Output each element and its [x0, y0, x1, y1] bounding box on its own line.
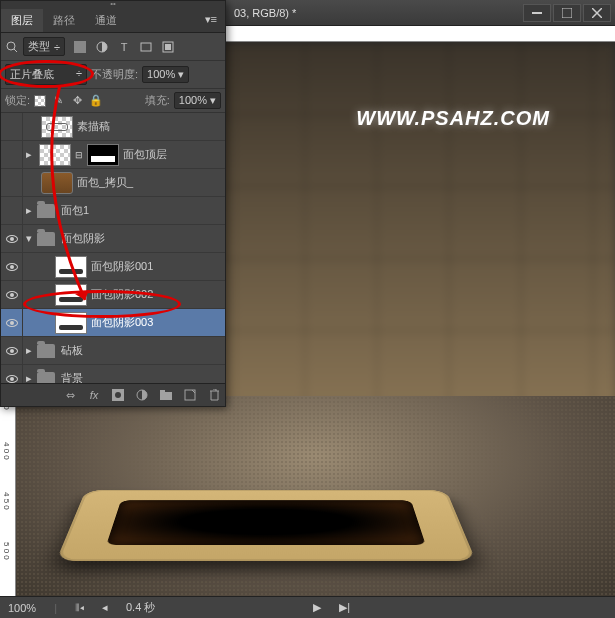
layer-name[interactable]: 面包1 [61, 203, 225, 218]
minimize-button[interactable] [523, 4, 551, 22]
layer-row[interactable]: 素描稿 [1, 113, 225, 141]
layer-name[interactable]: 面包阴影002 [91, 287, 225, 302]
mask-thumbnail[interactable] [87, 144, 119, 166]
layer-name[interactable]: 面包阴影003 [91, 315, 225, 330]
layer-thumbnail[interactable] [55, 256, 87, 278]
maximize-button[interactable] [553, 4, 581, 22]
layer-thumbnail[interactable] [41, 116, 73, 138]
layer-row[interactable]: 面包阴影002 [1, 281, 225, 309]
filter-shape-icon[interactable] [139, 40, 153, 54]
lock-move-icon[interactable]: ✥ [70, 94, 84, 108]
layer-thumbnail[interactable] [55, 312, 87, 334]
ruler-tick: 5 0 0 [2, 542, 11, 560]
ruler-tick: 4 0 0 [2, 442, 11, 460]
tab-channels[interactable]: 通道 [85, 9, 127, 32]
window-buttons [523, 4, 611, 22]
tab-paths[interactable]: 路径 [43, 9, 85, 32]
visibility-toggle[interactable] [1, 197, 23, 224]
fill-value: 100% [179, 94, 207, 107]
layer-row[interactable]: ▸ 砧板 [1, 337, 225, 365]
layer-row[interactable]: 面包阴影001 [1, 253, 225, 281]
eye-icon [6, 375, 18, 383]
disclosure-triangle[interactable]: ▾ [23, 232, 35, 245]
layer-name[interactable]: 面包顶层 [123, 147, 225, 162]
visibility-toggle[interactable] [1, 225, 23, 252]
disclosure-triangle[interactable]: ▸ [23, 372, 35, 383]
search-icon[interactable] [5, 40, 19, 54]
timeline-prev-icon[interactable]: ◂ [102, 601, 108, 614]
folder-icon [37, 204, 55, 218]
filter-type-icon[interactable]: T [117, 40, 131, 54]
lock-label: 锁定: [5, 93, 30, 108]
panel-grip[interactable]: •• [1, 1, 225, 9]
visibility-toggle[interactable] [1, 113, 23, 140]
layer-name[interactable]: 面包阴影001 [91, 259, 225, 274]
visibility-toggle[interactable] [1, 309, 23, 336]
opacity-input[interactable]: 100%▾ [142, 66, 189, 83]
watermark-text: WWW.PSAHZ.COM [356, 107, 550, 130]
layer-thumbnail[interactable] [55, 284, 87, 306]
link-layers-icon[interactable]: ⇔ [63, 388, 77, 402]
filter-type-select[interactable]: 类型÷ [23, 37, 65, 56]
folder-icon [37, 232, 55, 246]
visibility-toggle[interactable] [1, 337, 23, 364]
timeline-play-icon[interactable]: ▶ [313, 601, 321, 614]
new-layer-icon[interactable] [183, 388, 197, 402]
eye-icon [6, 263, 18, 271]
eye-icon [6, 235, 18, 243]
layer-list: 素描稿 ▸ ⊟ 面包顶层 面包_拷贝_ ▸ 面包1 ▾ 面包阴影 [1, 113, 225, 383]
opacity-label: 不透明度: [91, 67, 138, 82]
folder-icon [37, 344, 55, 358]
trash-icon[interactable] [207, 388, 221, 402]
mask-icon[interactable] [111, 388, 125, 402]
visibility-toggle[interactable] [1, 253, 23, 280]
layer-name[interactable]: 面包阴影 [61, 231, 225, 246]
blend-mode-select[interactable]: 正片叠底÷ [5, 64, 87, 85]
disclosure-triangle[interactable]: ▸ [23, 344, 35, 357]
timeline-next-icon[interactable]: ▶| [339, 601, 350, 614]
filter-smart-icon[interactable] [161, 40, 175, 54]
layer-name[interactable]: 砧板 [61, 343, 225, 358]
disclosure-triangle[interactable]: ▸ [23, 148, 35, 161]
filter-pixel-icon[interactable] [73, 40, 87, 54]
filter-adjust-icon[interactable] [95, 40, 109, 54]
divider: | [54, 602, 57, 614]
eye-icon [6, 347, 18, 355]
document-title: 03, RGB/8) * [234, 7, 296, 19]
lock-transparent-icon[interactable] [34, 95, 46, 107]
lock-paint-icon[interactable]: ✎ [51, 94, 65, 108]
eye-icon [6, 319, 18, 327]
adjustment-icon[interactable] [135, 388, 149, 402]
layer-row[interactable]: ▸ ⊟ 面包顶层 [1, 141, 225, 169]
layer-row[interactable]: ▸ 面包1 [1, 197, 225, 225]
layer-name[interactable]: 面包_拷贝_ [77, 175, 225, 190]
tab-layers[interactable]: 图层 [1, 9, 43, 32]
status-bar: 100% | ⦀◂ ◂ 0.4 秒 ▶ ▶| [0, 596, 615, 618]
layer-thumbnail[interactable] [39, 144, 71, 166]
filter-row: 类型÷ T [1, 33, 225, 61]
layer-thumbnail[interactable] [41, 172, 73, 194]
layer-row[interactable]: 面包阴影003 [1, 309, 225, 337]
layer-name[interactable]: 背景 [61, 371, 225, 383]
visibility-toggle[interactable] [1, 281, 23, 308]
visibility-toggle[interactable] [1, 365, 23, 383]
group-icon[interactable] [159, 388, 173, 402]
fx-icon[interactable]: fx [87, 388, 101, 402]
visibility-toggle[interactable] [1, 169, 23, 196]
disclosure-triangle[interactable]: ▸ [23, 204, 35, 217]
timeline-start-icon[interactable]: ⦀◂ [75, 601, 84, 614]
fill-label: 填充: [145, 93, 170, 108]
close-button[interactable] [583, 4, 611, 22]
visibility-toggle[interactable] [1, 141, 23, 168]
layer-row[interactable]: ▾ 面包阴影 [1, 225, 225, 253]
layer-row[interactable]: ▸ 背景 [1, 365, 225, 383]
layers-panel: •• 图层 路径 通道 ▾≡ 类型÷ T 正片叠底÷ 不透明度: 100%▾ 锁… [0, 0, 226, 407]
svg-rect-7 [165, 44, 171, 50]
zoom-value[interactable]: 100% [8, 602, 36, 614]
layer-row[interactable]: 面包_拷贝_ [1, 169, 225, 197]
lock-all-icon[interactable]: 🔒 [89, 94, 103, 108]
svg-rect-12 [160, 390, 165, 393]
fill-input[interactable]: 100%▾ [174, 92, 221, 109]
layer-name[interactable]: 素描稿 [77, 119, 225, 134]
panel-menu-button[interactable]: ▾≡ [197, 9, 225, 32]
